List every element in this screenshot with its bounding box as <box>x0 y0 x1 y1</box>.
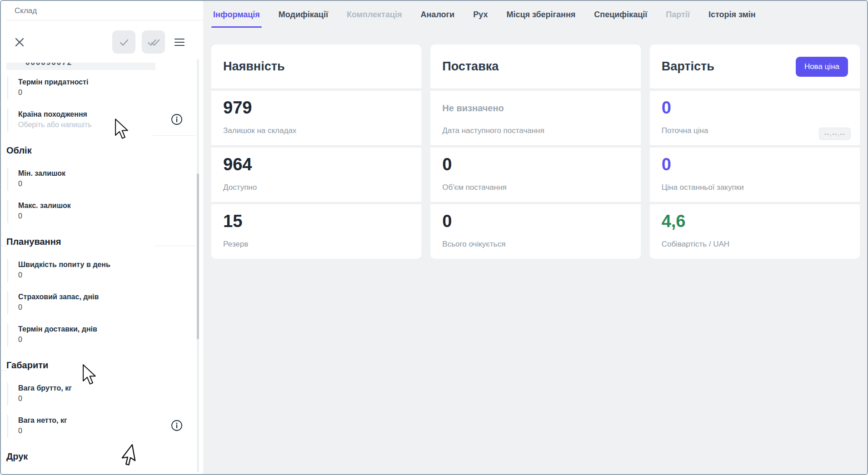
form-field: Мін. залишок0 <box>7 168 203 191</box>
stat-row: 964Доступно <box>211 148 421 202</box>
new-price-button[interactable]: Нова ціна <box>796 57 848 77</box>
field-label: Вага нетто, кг <box>18 416 171 425</box>
field-label: Термін доставки, днів <box>18 324 171 334</box>
menu-icon[interactable] <box>174 37 185 47</box>
stat-label: Об'єм постачання <box>442 183 506 192</box>
card-cost: ВартістьНова ціна0Поточна ціна--.--.--0Ц… <box>650 45 860 259</box>
form-field: Макс. залишок0 <box>7 200 203 223</box>
stat-label: Доступно <box>223 183 257 192</box>
stat-value: 15 <box>223 213 409 231</box>
stat-value: Не визначено <box>442 104 629 113</box>
section-title: Друк <box>6 451 203 462</box>
divider <box>154 246 196 246</box>
scrollbar-track[interactable] <box>197 59 199 472</box>
tab-bar: ІнформаціяМодифікаціїКомплектаціяАналоги… <box>203 1 867 28</box>
stat-label: Резерв <box>223 240 248 249</box>
form-field: Країна походженняОберіть або напишіть <box>7 109 203 132</box>
stat-label: Ціна останньої закупки <box>662 183 744 192</box>
stat-label: Залишок на складах <box>223 126 296 135</box>
field-value[interactable]: 0 <box>18 426 171 436</box>
tab-information[interactable]: Інформація <box>213 1 260 28</box>
stat-row: Не визначеноДата наступного постачання <box>430 91 640 145</box>
divider <box>1 370 7 371</box>
form-field: Вага брутто, кг0 <box>7 382 203 406</box>
form-field: Термін доставки, днів0 <box>7 323 203 346</box>
stat-value: 0 <box>662 99 848 117</box>
warehouse-input-label[interactable]: Склад <box>1 1 203 15</box>
tab-modifications[interactable]: Модифікації <box>279 1 328 28</box>
card-supply: ПоставкаНе визначеноДата наступного пост… <box>430 45 640 259</box>
divider <box>1 246 7 246</box>
card-header: ВартістьНова ціна <box>650 45 860 89</box>
field-value[interactable]: 0 <box>18 179 171 189</box>
stat-label: Всього очікується <box>442 240 505 249</box>
sidebar-form: 000090072 Термін придатності0Країна похо… <box>1 54 203 475</box>
card-title: Вартість <box>662 59 714 74</box>
double-check-icon <box>147 37 160 48</box>
field-label: Страховий запас, днів <box>18 292 171 302</box>
card-availability: Наявність979Залишок на складах964Доступн… <box>211 45 421 259</box>
tab-specifications[interactable]: Специфікації <box>594 1 647 28</box>
sidebar-toolbar <box>1 20 203 54</box>
field-value[interactable]: Оберіть або напишіть <box>18 120 171 130</box>
tab-movement[interactable]: Рух <box>473 1 488 28</box>
field-value[interactable]: 0 <box>18 335 171 345</box>
check-icon <box>118 37 130 48</box>
info-icon[interactable] <box>171 420 183 433</box>
card-title: Поставка <box>442 59 499 74</box>
field-value[interactable]: 0 <box>18 394 171 404</box>
section-title: Габарити <box>6 360 203 371</box>
confirm-all-button[interactable] <box>142 30 165 54</box>
tab-change-history[interactable]: Історія змін <box>708 1 756 28</box>
field-value[interactable]: 0 <box>18 270 171 280</box>
form-field: Швидкість попиту в день0 <box>7 259 203 282</box>
stat-row: 0Поточна ціна--.--.-- <box>650 91 860 145</box>
stat-row: 0Об'єм постачання <box>430 148 640 202</box>
tab-storage-locations[interactable]: Місця зберігання <box>506 1 575 28</box>
field-value[interactable]: 0 <box>18 302 171 312</box>
tab-analogs[interactable]: Аналоги <box>421 1 455 28</box>
stat-label: Собівартість / UAH <box>662 240 729 249</box>
info-icon[interactable] <box>171 114 183 127</box>
stat-row: 4,6Собівартість / UAH <box>650 204 860 259</box>
stat-value: 0 <box>442 213 629 231</box>
close-icon[interactable] <box>15 37 25 47</box>
field-label: Країна походження <box>18 109 171 119</box>
summary-cards: Наявність979Залишок на складах964Доступн… <box>203 28 867 259</box>
field-value[interactable]: 0 <box>18 88 171 98</box>
card-header: Поставка <box>430 45 640 89</box>
stat-row: 979Залишок на складах <box>211 91 421 145</box>
clipped-field-row: 000090072 <box>6 63 155 70</box>
field-label: Макс. залишок <box>18 201 171 210</box>
stat-value: 0 <box>442 156 629 174</box>
stat-value: 964 <box>223 156 409 174</box>
field-value[interactable]: 0 <box>18 211 171 221</box>
date-pill[interactable]: --.--.-- <box>819 128 851 140</box>
stat-row: 0Всього очікується <box>430 204 640 259</box>
stat-value: 979 <box>223 99 409 117</box>
form-field: Вага нетто, кг0 <box>7 415 203 438</box>
sidebar: Склад 000090072 <box>1 1 203 474</box>
form-field: Термін придатності0 <box>7 76 203 99</box>
field-label: Швидкість попиту в день <box>18 260 171 269</box>
stat-row: 15Резерв <box>211 204 421 259</box>
app-window: Склад 000090072 <box>0 0 868 475</box>
clipped-number: 000090072 <box>25 63 155 67</box>
stat-label: Дата наступного постачання <box>442 126 544 135</box>
tab-kitting: Комплектація <box>347 1 402 28</box>
field-label: Мін. залишок <box>18 168 171 178</box>
stat-value: 4,6 <box>662 213 848 231</box>
field-label: Вага брутто, кг <box>18 383 171 393</box>
divider <box>152 135 196 136</box>
main-panel: ІнформаціяМодифікаціїКомплектаціяАналоги… <box>203 1 867 474</box>
field-label: Термін придатності <box>18 77 171 87</box>
stat-value: 0 <box>662 156 848 174</box>
section-title: Облік <box>6 145 203 156</box>
confirm-button[interactable] <box>112 30 135 54</box>
stat-label: Поточна ціна <box>662 126 708 135</box>
card-title: Наявність <box>223 59 285 74</box>
form-field: Страховий запас, днів0 <box>7 291 203 314</box>
card-header: Наявність <box>211 45 421 89</box>
stat-row: 0Ціна останньої закупки <box>650 148 860 202</box>
scrollbar-thumb[interactable] <box>197 173 199 339</box>
